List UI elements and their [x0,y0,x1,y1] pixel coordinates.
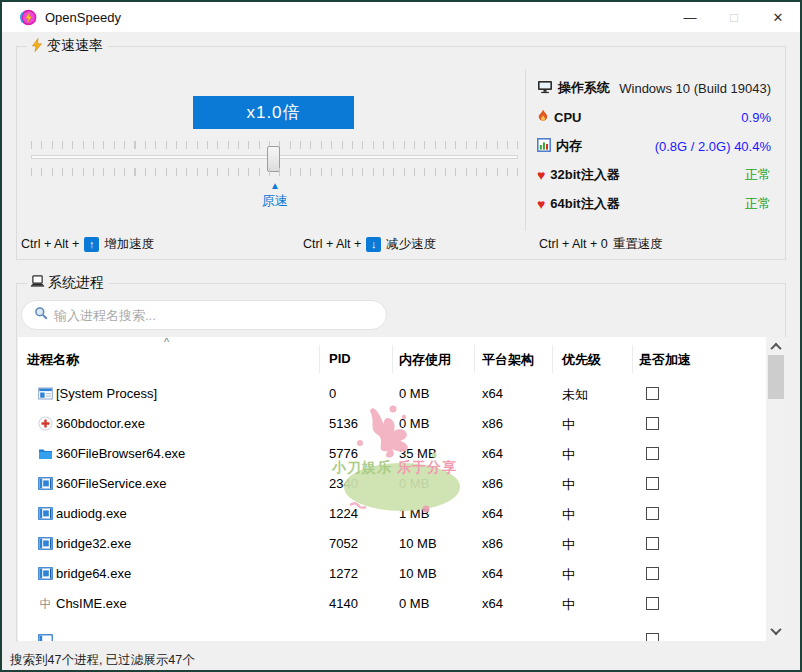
speed-rate-group-label: 变速速率 [27,37,108,55]
accelerate-checkbox[interactable] [646,387,659,400]
info-row-cpu: CPU 0.9% [537,106,771,128]
table-row[interactable]: [System Process] 0 0 MB x64 未知 [18,379,786,409]
system-process-group: 系统进程 ^ 进程名称 PID 内存使用 平台架构 优先级 是否加速 [16,283,786,641]
openspeedy-window: OpenSpeedy — □ ✕ 变速速率 x1.0倍 ▲ 原速 [0,0,802,672]
info-row-memory: 内存 (0.8G / 2.0G) 40.4% [537,135,771,157]
header-process-name[interactable]: 进程名称 [27,351,79,369]
accelerate-checkbox[interactable] [646,633,659,641]
title-bar: OpenSpeedy — □ ✕ [2,2,800,32]
blue-window-icon [38,476,53,491]
shortcut-reset-speed: Ctrl + Alt + 0 重置速度 [539,235,663,253]
shortcut-decrease-speed: Ctrl + Alt + ↓ 减少速度 [303,235,436,253]
table-row[interactable]: bridge32.exe 7052 10 MB x86 中 [18,529,786,559]
header-accelerate[interactable]: 是否加速 [639,351,691,369]
medical-cross-icon [38,416,53,431]
table-header-row: 进程名称 PID 内存使用 平台架构 优先级 是否加速 [18,337,786,379]
speed-rate-group: 变速速率 x1.0倍 ▲ 原速 操作系统 Windows 10 (Build 1… [16,46,786,260]
memory-chart-icon [537,138,551,155]
cpu-value: 0.9% [741,110,771,125]
accelerate-checkbox[interactable] [646,417,659,430]
table-scrollbar[interactable] [766,337,786,641]
os-value: Windows 10 (Build 19043) [619,81,771,96]
scroll-down-icon[interactable] [766,623,786,639]
origin-speed-label: 原速 [253,192,297,210]
app-window-icon [38,386,53,401]
blue-window-icon [38,506,53,521]
process-search-box[interactable] [21,300,387,330]
table-row[interactable]: 360FileService.exe 2340 0 MB x86 中 [18,469,786,499]
table-row[interactable] [18,619,786,641]
header-memory[interactable]: 内存使用 [399,351,451,369]
accelerate-checkbox[interactable] [646,507,659,520]
panel-divider [525,69,526,231]
table-row[interactable]: 360bdoctor.exe 5136 0 MB x86 中 [18,409,786,439]
openspeedy-app-icon [20,9,37,26]
arrow-up-key-icon: ↑ [84,237,99,252]
maximize-button[interactable]: □ [712,2,756,32]
lightning-icon [30,38,44,55]
close-button[interactable]: ✕ [756,2,800,32]
table-row[interactable]: audiodg.exe 1224 1 MB x64 中 [18,499,786,529]
accelerate-checkbox[interactable] [646,477,659,490]
header-pid[interactable]: PID [329,351,351,366]
scroll-up-icon[interactable] [766,339,786,355]
shortcut-increase-speed: Ctrl + Alt + ↑ 增加速度 [21,235,154,253]
minimize-button[interactable]: — [668,2,712,32]
system-process-group-label: 系统进程 [27,274,109,292]
header-arch[interactable]: 平台架构 [482,351,534,369]
memory-value: (0.8G / 2.0G) 40.4% [655,139,771,154]
injector64-status: 正常 [745,195,771,213]
info-row-injector64: ♥ 64bit注入器 正常 [537,193,771,215]
window-title: OpenSpeedy [45,10,121,25]
table-row[interactable]: 中 ChsIME.exe 4140 0 MB x64 中 [18,589,786,619]
scrollbar-thumb[interactable] [768,355,784,399]
search-input[interactable] [54,308,374,323]
arrow-down-key-icon: ↓ [366,237,381,252]
info-row-os: 操作系统 Windows 10 (Build 19043) [537,77,771,99]
blue-window-icon [38,566,53,581]
process-table: ^ 进程名称 PID 内存使用 平台架构 优先级 是否加速 [Sy [18,337,786,641]
table-row[interactable]: bridge64.exe 1272 10 MB x64 中 [18,559,786,589]
accelerate-checkbox[interactable] [646,447,659,460]
info-row-injector32: ♥ 32bit注入器 正常 [537,164,771,186]
search-icon [34,306,48,324]
ime-icon: 中 [38,596,53,611]
monitor-icon [537,80,553,97]
status-bar-text: 搜索到47个进程, 已过滤展示47个 [10,652,195,669]
header-priority[interactable]: 优先级 [562,351,601,369]
blue-window-icon [38,536,53,551]
table-row[interactable]: 360FileBrowser64.exe 5776 35 MB x64 中 [18,439,786,469]
flame-icon [537,109,549,126]
laptop-icon [30,275,45,291]
heart-icon: ♥ [537,168,545,182]
current-speed-label: x1.0倍 [193,96,354,129]
folder-icon [38,446,53,461]
blue-window-icon [38,633,53,641]
heart-icon: ♥ [537,197,545,211]
origin-speed-marker-icon: ▲ [253,180,297,191]
slider-ticks-bottom [31,168,518,176]
svg-text:中: 中 [40,597,52,611]
accelerate-checkbox[interactable] [646,597,659,610]
accelerate-checkbox[interactable] [646,567,659,580]
injector32-status: 正常 [745,166,771,184]
accelerate-checkbox[interactable] [646,537,659,550]
